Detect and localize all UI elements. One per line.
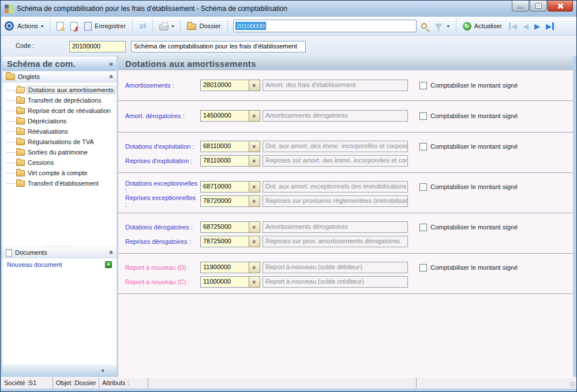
account-input[interactable]: 68110000 (200, 141, 249, 152)
account-combo: 11900000 » (200, 262, 260, 273)
resize-grip[interactable] (569, 382, 575, 387)
collapse-sidebar-icon[interactable]: « (109, 60, 113, 68)
add-document-icon[interactable]: + (105, 261, 112, 268)
print-button[interactable]: ▾ (156, 20, 177, 32)
code-input[interactable]: 20100000 (69, 41, 126, 52)
account-input[interactable]: 28010000 (200, 80, 249, 91)
account-input[interactable]: 78725000 (200, 236, 249, 247)
signed-amount-checkbox[interactable] (419, 143, 427, 150)
account-input[interactable]: 11000000 (200, 276, 249, 288)
panel-splitter-handle[interactable]: .......... (2, 242, 117, 247)
account-combo: 78720000 » (200, 195, 260, 207)
schema-description-input[interactable]: Schéma de comptabilisation pour les frai… (131, 41, 306, 52)
collapse-group-icon[interactable]: » (107, 75, 115, 79)
combo-dropdown-button[interactable]: » (249, 141, 260, 152)
combo-dropdown-button[interactable]: » (249, 236, 260, 247)
sidebar-spacer (2, 189, 117, 242)
account-description: Report à-nouveau (solde créditeur) (263, 276, 408, 288)
window-title: Schéma de comptabilisation pour les frai… (17, 5, 287, 13)
combo-dropdown-button[interactable]: » (249, 276, 260, 288)
account-combo: 78110000 » (200, 155, 260, 167)
save-button[interactable]: Enregistrer (81, 20, 129, 32)
signed-amount-checkbox[interactable] (419, 183, 427, 191)
signed-amount-checkbox[interactable] (419, 82, 427, 89)
combo-dropdown-button[interactable]: » (249, 195, 260, 207)
combo-dropdown-button[interactable]: » (249, 181, 260, 193)
combo-dropdown-button[interactable]: » (249, 221, 260, 233)
red-x-icon: ✗ (74, 27, 79, 33)
account-input[interactable]: 78720000 (200, 195, 249, 207)
sidebar-scroll-bar[interactable]: ▾ (2, 364, 117, 377)
signed-amount-checkbox[interactable] (419, 264, 427, 272)
checkbox-label: Comptabiliser le montant signé (430, 143, 518, 150)
sync-icon: ⇄ (139, 21, 147, 31)
account-input[interactable]: 14500000 (200, 110, 249, 122)
last-record-button[interactable]: ▶ (546, 22, 554, 30)
account-description: Amort. des frais d'établissement (263, 80, 408, 91)
save-icon (84, 22, 92, 31)
account-input[interactable]: 78110000 (200, 155, 249, 167)
sync-button[interactable]: ⇄ (136, 19, 150, 33)
account-description: Dot. aux amort. des immo. incorporelles … (263, 141, 408, 152)
first-record-button[interactable]: ◀ (509, 22, 517, 30)
collapse-group-icon[interactable]: » (107, 251, 115, 255)
dossier-button[interactable]: Dossier (183, 20, 224, 32)
new-page-icon: ★ (57, 22, 63, 31)
actions-menu-button[interactable]: Actions ▾ (14, 21, 47, 31)
delete-button[interactable]: ✗ (67, 20, 81, 32)
field-label: Amortissements : (125, 82, 199, 89)
restore-button[interactable] (530, 1, 547, 12)
chevron-double-down-icon: » (251, 266, 258, 269)
sidebar-item-sorties-du-patrimoine[interactable]: Sorties du patrimoine (2, 147, 117, 157)
account-description: Amortissements dérogatoires (263, 221, 408, 233)
close-button[interactable] (548, 1, 573, 12)
account-description: Report à-nouveau (solde débiteur) (263, 262, 408, 273)
signed-amount-option: Comptabiliser le montant signé (419, 264, 518, 272)
titlebar[interactable]: Schéma de comptabilisation pour les frai… (1, 1, 576, 17)
onglets-group-header[interactable]: Onglets » (2, 71, 117, 82)
refresh-icon: ↻ (463, 22, 471, 31)
delete-page-icon: ✗ (70, 22, 77, 31)
combo-dropdown-button[interactable]: » (249, 155, 260, 167)
account-input[interactable]: 68725000 (200, 221, 249, 233)
combo-dropdown-button[interactable]: » (249, 110, 260, 122)
filter-button[interactable]: ▾ (429, 22, 453, 31)
chevron-double-down-icon: » (251, 114, 258, 118)
search-input[interactable]: 20100000 (233, 20, 417, 32)
combo-dropdown-button[interactable]: » (249, 80, 260, 91)
sidebar-item-virt-compte-a-compte[interactable]: Virt compte à compte (2, 168, 117, 178)
sidebar-item-reevaluations[interactable]: Réévaluations (2, 126, 117, 137)
account-input[interactable]: 68710000 (200, 181, 249, 193)
sidebar-item-reprise-ecart-de-reevaluation[interactable]: Reprise écart de réévaluation (2, 105, 117, 116)
field-group: Dotations dérogatoires : 68725000 » Amor… (118, 213, 573, 253)
printer-icon (159, 24, 168, 31)
signed-amount-option: Comptabiliser le montant signé (419, 112, 518, 120)
search-icon[interactable] (421, 23, 427, 29)
signed-amount-checkbox[interactable] (419, 112, 427, 120)
combo-dropdown-button[interactable]: » (249, 262, 260, 273)
account-combo: 78725000 » (200, 236, 260, 247)
sidebar-item-transfert-d-etablissement[interactable]: Transfert d'établissement (2, 178, 117, 189)
previous-record-button[interactable]: ◀ (523, 22, 529, 30)
documents-group-header[interactable]: Documents » (2, 247, 117, 258)
sidebar-item-transfert-de-depreciations[interactable]: Transfert de dépréciations (2, 95, 117, 105)
toolbar-separator (132, 19, 133, 33)
sidebar-item-cessions[interactable]: Cessions (2, 157, 117, 168)
minimize-button[interactable] (512, 1, 529, 12)
code-row: Code : 20100000 Schéma de comptabilisati… (1, 36, 576, 56)
sidebar-item-depreciations[interactable]: Dépréciations (2, 116, 117, 126)
account-input[interactable]: 11900000 (200, 262, 249, 273)
minimize-icon (518, 7, 523, 9)
refresh-button[interactable]: ↻ Actualiser (459, 20, 505, 32)
field-label: Dotations exceptionnelles : (125, 180, 199, 194)
empty-area (118, 293, 573, 377)
code-label: Code : (16, 42, 34, 49)
account-combo: 68710000 » (200, 181, 260, 193)
sidebar-item-dotations-aux-amortissements[interactable]: Dotations aux amortissements (2, 85, 117, 95)
sidebar-item-regularisations-de-tva[interactable]: Régularisations de TVA (2, 137, 117, 147)
new-document-link[interactable]: Nouveau document (7, 261, 62, 268)
scroll-down-icon: ▾ (102, 368, 104, 374)
next-record-button[interactable]: ▶ (534, 22, 540, 30)
new-button[interactable]: ★ (53, 20, 67, 32)
signed-amount-checkbox[interactable] (419, 224, 427, 231)
